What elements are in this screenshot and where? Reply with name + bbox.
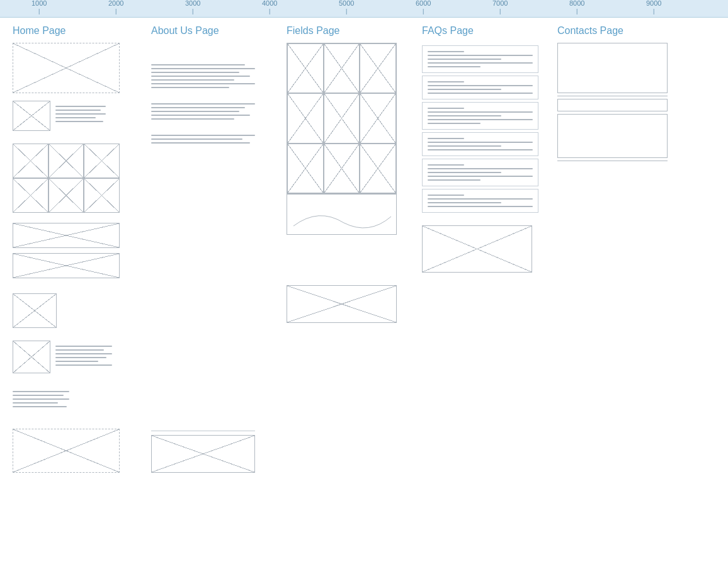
wf-line bbox=[428, 179, 481, 181]
faq-lines-3 bbox=[428, 106, 533, 125]
ruler-tick-9000: 9000 bbox=[646, 0, 661, 14]
wf-line bbox=[428, 145, 501, 147]
home-feature-img-2 bbox=[13, 341, 50, 373]
home-feature-row-2 bbox=[13, 341, 132, 373]
home-footer-image bbox=[13, 429, 120, 473]
home-wide-box-1 bbox=[13, 223, 120, 248]
fields-grid-img-5 bbox=[324, 93, 360, 143]
ruler-inner: 1000 2000 3000 4000 5000 6000 7000 8000 … bbox=[13, 0, 705, 14]
fields-grid-img-8 bbox=[324, 144, 360, 193]
home-hero-image bbox=[13, 43, 120, 93]
wf-line bbox=[55, 361, 98, 362]
wf-line bbox=[13, 398, 69, 400]
wf-line bbox=[151, 111, 239, 112]
wf-line bbox=[428, 85, 533, 86]
faq-item-6 bbox=[422, 189, 538, 213]
about-text-block-1 bbox=[151, 62, 255, 91]
fields-grid-img-6 bbox=[360, 93, 396, 143]
home-feature-row-1 bbox=[13, 101, 132, 131]
wf-line bbox=[55, 110, 101, 111]
fields-grid-img-1 bbox=[287, 43, 324, 93]
faq-item-5 bbox=[422, 159, 538, 186]
faq-lines-4 bbox=[428, 137, 533, 152]
home-small-box bbox=[13, 293, 57, 328]
wf-line bbox=[55, 349, 104, 351]
about-divider bbox=[151, 431, 255, 431]
faqs-page-title: FAQs Page bbox=[422, 25, 538, 37]
wf-line bbox=[428, 195, 464, 196]
wf-line bbox=[428, 55, 533, 56]
fields-grid-img-4 bbox=[287, 93, 324, 143]
home-wide-box-2 bbox=[13, 253, 120, 278]
faqs-bottom-image bbox=[422, 225, 532, 273]
ruler-tick-8000: 8000 bbox=[569, 0, 584, 14]
home-grid-img-1 bbox=[13, 144, 48, 178]
about-text-block-3 bbox=[151, 132, 255, 146]
fields-spacer bbox=[287, 235, 403, 285]
wf-line bbox=[428, 93, 533, 94]
wf-line bbox=[428, 198, 533, 200]
wf-line bbox=[55, 346, 112, 347]
contacts-hero-box bbox=[557, 43, 668, 93]
home-grid-img-3 bbox=[84, 144, 120, 178]
faq-item-2 bbox=[422, 76, 538, 99]
wf-line bbox=[55, 106, 106, 107]
fields-page-section: Fields Page bbox=[287, 25, 403, 473]
home-grid-inner bbox=[13, 144, 120, 213]
wf-line bbox=[151, 135, 255, 136]
wf-line bbox=[428, 89, 501, 90]
wf-line bbox=[428, 51, 464, 52]
home-grid-img-2 bbox=[48, 144, 84, 178]
wf-line bbox=[13, 395, 64, 396]
faq-item-1 bbox=[422, 45, 538, 73]
home-image-grid bbox=[13, 144, 132, 213]
home-grid-img-6 bbox=[84, 178, 120, 213]
ruler-tick-5000: 5000 bbox=[339, 0, 354, 14]
faq-item-3 bbox=[422, 102, 538, 130]
contacts-page-section: Contacts Page bbox=[557, 25, 674, 473]
contacts-page-title: Contacts Page bbox=[557, 25, 674, 37]
fields-grid-img-7 bbox=[287, 144, 324, 193]
wf-line bbox=[151, 79, 234, 81]
ruler-tick-6000: 6000 bbox=[416, 0, 431, 14]
home-small-img bbox=[13, 293, 132, 328]
wf-line bbox=[428, 206, 533, 207]
home-page-section: Home Page bbox=[13, 25, 132, 473]
wf-line bbox=[55, 121, 103, 122]
wf-line bbox=[428, 108, 464, 109]
home-text-block bbox=[13, 388, 132, 410]
wf-line bbox=[151, 118, 234, 120]
fields-image-grid bbox=[287, 43, 397, 194]
about-spacer bbox=[151, 146, 268, 431]
fields-footer-image bbox=[287, 285, 397, 323]
wf-line bbox=[428, 138, 464, 139]
fields-page-title: Fields Page bbox=[287, 25, 403, 37]
faq-lines-1 bbox=[428, 50, 533, 69]
ruler-tick-1000: 1000 bbox=[31, 0, 47, 14]
wf-line bbox=[428, 164, 464, 166]
ruler-tick-2000: 2000 bbox=[108, 0, 123, 14]
home-grid-img-4 bbox=[13, 178, 48, 213]
wf-line bbox=[13, 391, 69, 392]
contacts-divider-2 bbox=[557, 161, 668, 161]
faqs-page-section: FAQs Page bbox=[422, 25, 538, 473]
home-feature-text-2 bbox=[55, 343, 112, 368]
wf-line bbox=[55, 364, 112, 366]
fields-wave-svg bbox=[287, 195, 397, 235]
fields-grid-img-2 bbox=[324, 43, 360, 93]
ruler-bar: 1000 2000 3000 4000 5000 6000 7000 8000 … bbox=[0, 0, 728, 18]
wf-line bbox=[151, 138, 242, 140]
wf-line bbox=[428, 115, 501, 116]
home-text-lines bbox=[13, 388, 69, 410]
home-page-title: Home Page bbox=[13, 25, 132, 37]
about-footer-image bbox=[151, 435, 255, 473]
wf-line bbox=[55, 117, 96, 118]
wf-line bbox=[151, 103, 255, 104]
fields-grid-img-3 bbox=[360, 43, 396, 93]
about-page-section: About Us Page bbox=[151, 25, 268, 473]
home-wide-img-1 bbox=[13, 223, 132, 248]
wf-line bbox=[428, 111, 533, 113]
home-feature-text-1 bbox=[55, 103, 106, 125]
ruler-tick-7000: 7000 bbox=[492, 0, 508, 14]
wf-line bbox=[55, 353, 112, 354]
